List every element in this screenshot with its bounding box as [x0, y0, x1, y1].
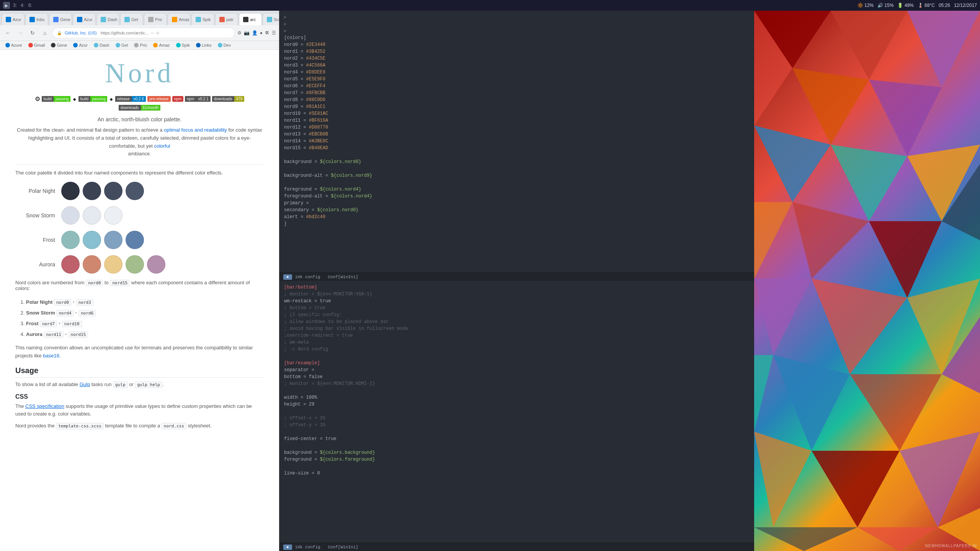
code-tag-nord10: nord10	[62, 321, 82, 327]
file-indicator-top: 10k config Conf[WinIni]	[295, 275, 358, 279]
tab-amaz[interactable]: Amaz	[168, 13, 191, 25]
bookmark-favicon	[196, 43, 201, 47]
colorful-link[interactable]: colorful	[154, 143, 170, 149]
snow-storm-label: Snow Storm	[15, 212, 61, 218]
devtools-icon[interactable]: 🛠	[265, 30, 270, 36]
tab-favicon	[267, 17, 272, 22]
toolbar-icons: ⚙ 📷 👤 ● 🛠 ☰	[237, 30, 276, 36]
address-bar[interactable]: 🔒 GitHub, Inc. (US) https://github.com/a…	[52, 28, 235, 38]
brightness-indicator: 🔆 12%	[858, 3, 874, 8]
badge-build2: build passing	[78, 96, 108, 103]
polar-night-label: Polar Night	[15, 188, 61, 194]
svg-marker-6	[754, 126, 831, 202]
bookmark-get[interactable]: Get	[113, 42, 131, 48]
tab-dash[interactable]: Dash	[96, 13, 119, 25]
extensions-icon[interactable]: ⚙	[237, 30, 242, 36]
swatch-nord12	[83, 255, 101, 274]
optimal-link[interactable]: optimal focus and readability	[164, 127, 227, 133]
back-button[interactable]: ←	[3, 28, 13, 38]
tab-favicon	[77, 17, 82, 22]
status-indicator-top: ●	[283, 274, 292, 280]
swatch-nord8	[83, 231, 101, 249]
code-tag-nord11: nord11	[44, 331, 64, 338]
description: Created for the clean- and minimal flat …	[15, 126, 264, 158]
menu-icon[interactable]: ☰	[272, 30, 276, 36]
tab-arc[interactable]: arc	[239, 13, 262, 25]
github-logo: ●	[73, 96, 76, 102]
bookmark-pric[interactable]: Pric	[132, 42, 149, 48]
svg-marker-22	[900, 432, 980, 527]
tab-pric[interactable]: Pric	[144, 13, 167, 25]
swatch-nord5	[83, 206, 101, 225]
badges-row: ⚙ build passing ● build passing ● releas…	[15, 95, 264, 111]
github-icon[interactable]: ●	[260, 30, 263, 36]
badge-build1: build passing	[42, 96, 71, 103]
bookmark-favicon	[134, 43, 139, 47]
bookmark-amaz[interactable]: Amaz	[151, 42, 172, 48]
tab-favicon	[148, 17, 154, 22]
swatch-nord9	[104, 231, 122, 249]
badge-npm: npm v0.2.1	[185, 96, 211, 103]
tab-gene[interactable]: Gene	[49, 13, 72, 25]
tab-patr[interactable]: patr	[215, 13, 238, 25]
swatch-nord13	[104, 255, 122, 274]
svg-marker-11	[869, 221, 942, 298]
usage-heading: Usage	[15, 366, 264, 378]
svg-marker-18	[850, 374, 942, 451]
tab-spik[interactable]: Spik	[191, 13, 214, 25]
bookmark-azure3[interactable]: Azur	[71, 42, 90, 48]
swatch-nord10	[126, 231, 144, 249]
bookmark-dash[interactable]: Dash	[91, 42, 112, 48]
bookmark-links[interactable]: Links	[194, 42, 214, 48]
kebab-menu-icon[interactable]: ···	[151, 31, 154, 36]
screenshot-icon[interactable]: 📷	[244, 30, 250, 36]
page-content: Nord ⚙ build passing ● build passing ● r…	[0, 50, 279, 551]
css-spec-link[interactable]: CSS specification	[25, 403, 64, 409]
bookmark-gmail[interactable]: Gmail	[26, 42, 47, 48]
palette-polar-night: Polar Night	[15, 182, 264, 200]
usage-text: To show a list of all available Gulp tas…	[15, 381, 264, 389]
list-item-polar: Polar Night nord0•nord3	[26, 297, 264, 307]
tab-favicon	[243, 17, 248, 22]
bookmarks-bar: Azure Gmail Gene Azur Dash Get P	[0, 41, 279, 50]
workspace-indicator: 3: 4: 6:	[13, 3, 32, 8]
svg-marker-4	[792, 68, 869, 145]
wallpaper-credit: NEWHDWALLPAPERS.IN	[925, 544, 977, 548]
nord-title: Nord	[15, 57, 264, 89]
bookmark-star-icon[interactable]: ☆	[156, 31, 160, 36]
terminal-icon[interactable]: ▶	[3, 2, 10, 9]
bookmark-favicon	[28, 43, 33, 47]
badge-downloads: downloads 479	[212, 96, 245, 103]
browser-pane: Azur Inbo Gene Azur Dash Get Pri	[0, 11, 279, 551]
bookmark-dev[interactable]: Dev	[216, 42, 234, 48]
bookmark-github[interactable]: Gene	[49, 42, 69, 48]
base16-link[interactable]: base16.	[43, 353, 60, 359]
snow-storm-swatches	[61, 206, 122, 225]
refresh-button[interactable]: ↻	[28, 28, 38, 38]
badge-prerelease: pre-release	[147, 96, 171, 103]
code-template-css: template-css.scss	[56, 423, 104, 429]
tab-get[interactable]: Get	[120, 13, 143, 25]
tab-inbox[interactable]: Inbo	[25, 13, 48, 25]
svg-marker-5	[869, 80, 942, 156]
temp-indicator: 🌡️ 68°C	[918, 3, 935, 8]
code-tag-nord4: nord4	[56, 310, 74, 316]
tab-scr[interactable]: Scr	[263, 13, 279, 25]
bookmark-spik[interactable]: Spik	[174, 42, 192, 48]
address-bar-row: ← → ↻ ⌂ 🔒 GitHub, Inc. (US) https://gith…	[0, 25, 279, 41]
bookmark-favicon	[73, 43, 78, 47]
svg-marker-20	[754, 432, 812, 527]
bookmark-azure[interactable]: Azure	[3, 42, 24, 48]
css-heading: CSS	[15, 393, 264, 400]
profile-icon[interactable]: 👤	[252, 30, 258, 36]
tab-azure2[interactable]: Azur	[73, 13, 96, 25]
svg-marker-10	[792, 202, 869, 279]
polar-night-swatches	[61, 182, 144, 200]
forward-button[interactable]: →	[15, 28, 25, 38]
gulp-link[interactable]: Gulp	[80, 381, 90, 387]
tab-azure[interactable]: Azur	[2, 13, 24, 25]
palette-frost: Frost	[15, 231, 264, 249]
volume-indicator: 🔊 15%	[877, 3, 893, 8]
lock-icon: 🔒	[57, 31, 62, 35]
home-button[interactable]: ⌂	[40, 28, 50, 38]
